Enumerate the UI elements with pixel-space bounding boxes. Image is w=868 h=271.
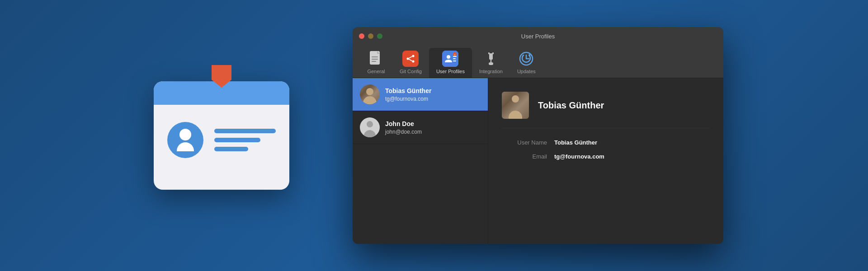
detail-panel: Tobias Günther User Name Tobias Günther … [488, 78, 723, 244]
traffic-light-maximize[interactable] [377, 33, 382, 39]
updates-icon [518, 51, 534, 67]
user-info-john: John Doe john@doe.com [385, 120, 422, 135]
detail-name: Tobias Günther [538, 100, 604, 111]
clip-shield [212, 65, 231, 88]
toolbar-item-general[interactable]: General [360, 48, 392, 78]
svg-rect-2 [372, 59, 378, 60]
traffic-lights [359, 33, 382, 39]
svg-rect-3 [372, 61, 376, 62]
user-info-tobias: Tobias Günther tg@fournova.com [385, 87, 431, 102]
detail-avatar [502, 92, 529, 119]
card-line-2 [214, 138, 260, 142]
integration-icon [483, 51, 499, 67]
svg-point-6 [412, 61, 415, 63]
document-icon [368, 51, 384, 67]
avatar-tobias [360, 84, 380, 104]
toolbar-label-user-profiles: User Profiles [436, 69, 465, 74]
toolbar-item-git-config[interactable]: Git Config [392, 48, 429, 78]
svg-text:!: ! [454, 54, 455, 56]
svg-rect-16 [489, 53, 493, 60]
svg-rect-17 [488, 52, 490, 54]
card-line-3 [214, 147, 248, 151]
avatar-person [177, 129, 194, 151]
svg-line-8 [409, 59, 412, 61]
field-label-email: Email [502, 153, 547, 160]
field-label-username: User Name [502, 139, 547, 146]
svg-rect-18 [492, 52, 494, 54]
scene: User Profiles General [0, 0, 868, 271]
field-value-username: Tobias Günther [554, 139, 597, 146]
svg-line-7 [409, 56, 412, 58]
svg-rect-13 [453, 61, 456, 61]
toolbar-label-general: General [367, 69, 385, 74]
traffic-light-close[interactable] [359, 33, 364, 39]
id-card [154, 81, 289, 190]
avatar-body-shape [177, 142, 194, 151]
user-email-john: john@doe.com [385, 129, 422, 135]
user-list-item-john[interactable]: John Doe john@doe.com [353, 111, 488, 144]
svg-point-4 [407, 58, 409, 60]
window-title: User Profiles [521, 33, 555, 40]
mac-window: User Profiles General [353, 27, 723, 244]
toolbar-item-integration[interactable]: Integration [472, 48, 510, 78]
svg-rect-19 [489, 62, 493, 65]
card-avatar-circle [167, 122, 203, 158]
toolbar-label-git-config: Git Config [400, 69, 422, 74]
user-list-item-tobias[interactable]: Tobias Günther tg@fournova.com [353, 78, 488, 111]
window-content: Tobias Günther tg@fournova.com John Doe … [353, 78, 723, 244]
field-value-email: tg@fournova.com [554, 153, 604, 160]
git-icon [402, 51, 419, 67]
user-name-john: John Doe [385, 120, 422, 127]
window-titlebar: User Profiles [353, 27, 723, 45]
svg-rect-12 [453, 58, 456, 59]
svg-point-10 [447, 55, 450, 59]
toolbar-label-updates: Updates [517, 69, 536, 74]
userprofiles-icon: ! [442, 51, 458, 67]
window-toolbar: General Git Config [353, 45, 723, 78]
user-list-panel: Tobias Günther tg@fournova.com John Doe … [353, 78, 488, 244]
card-clip [212, 65, 231, 88]
detail-field-email: Email tg@fournova.com [502, 153, 710, 160]
card-line-1 [214, 129, 276, 133]
user-name-tobias: Tobias Günther [385, 87, 431, 94]
user-email-tobias: tg@fournova.com [385, 96, 431, 102]
traffic-light-minimize[interactable] [368, 33, 373, 39]
toolbar-item-updates[interactable]: Updates [510, 48, 543, 78]
toolbar-label-integration: Integration [479, 69, 503, 74]
detail-field-username: User Name Tobias Günther [502, 139, 710, 146]
avatar-head-shape [179, 129, 191, 140]
detail-fields: User Name Tobias Günther Email tg@fourno… [502, 139, 710, 160]
svg-point-5 [412, 55, 415, 57]
id-card-illustration [145, 59, 298, 212]
svg-rect-1 [372, 56, 378, 57]
toolbar-item-user-profiles[interactable]: ! User Profiles [429, 48, 472, 78]
card-lines [214, 129, 276, 151]
detail-header: Tobias Günther [502, 92, 710, 128]
avatar-john [360, 117, 380, 137]
